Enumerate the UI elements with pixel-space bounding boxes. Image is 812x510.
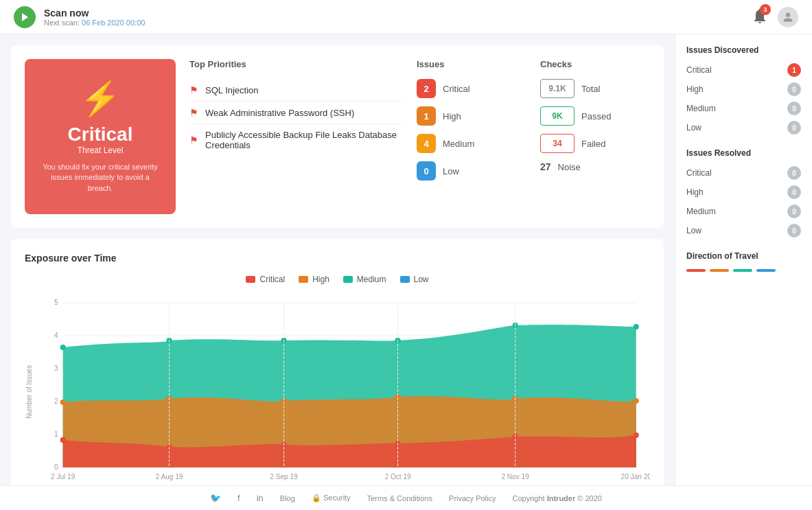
svg-text:Number of Issues: Number of Issues (25, 365, 33, 419)
terms-link[interactable]: Terms & Conditions (367, 494, 432, 502)
facebook-icon: f (237, 493, 240, 503)
threat-description: You should fix your critical severity is… (38, 162, 162, 194)
priority-item[interactable]: ⚑Weak Administrative Password (SSH) (189, 102, 403, 124)
header-left: Scan now Next scan: 06 Feb 2020 00:00 (14, 6, 145, 28)
discovered-list: Critical1High0Medium0Low0 (686, 63, 801, 135)
legend-label: Low (414, 275, 429, 284)
sidebar-resolved-row: Medium0 (686, 205, 801, 218)
svg-marker-0 (22, 13, 28, 21)
priority-list: ⚑SQL Injection⚑Weak Administrative Passw… (189, 79, 403, 156)
svg-text:3: 3 (54, 364, 58, 372)
discovered-section: Issues Discovered Critical1High0Medium0L… (686, 45, 801, 135)
svg-text:2 Aug 19: 2 Aug 19 (156, 473, 183, 480)
legend-color (400, 276, 410, 283)
issue-row: 1High (417, 106, 526, 126)
user-avatar[interactable] (778, 7, 798, 27)
sidebar-resolved-row: High0 (686, 185, 801, 199)
chart-container: Number of Issues 5 4 3 2 1 0 2 (25, 292, 650, 485)
direction-line (733, 269, 752, 272)
issue-label: Medium (443, 139, 474, 149)
issue-count-badge: 0 (417, 161, 436, 181)
issue-label: High (443, 111, 461, 121)
checks-list: 9.1KTotal9KPassed34Failed27Noise (540, 79, 650, 172)
direction-title: Direction of Travel (686, 251, 801, 261)
threat-icon: ⚡ (80, 80, 121, 118)
check-count: 27 (540, 161, 551, 172)
security-link[interactable]: 🔒 Security (312, 494, 351, 502)
svg-text:0: 0 (54, 463, 58, 471)
check-row: 9KPassed (540, 106, 650, 126)
svg-text:4: 4 (54, 332, 58, 339)
header: Scan now Next scan: 06 Feb 2020 00:00 3 (0, 0, 812, 34)
legend-color (299, 276, 308, 283)
next-scan-date-link[interactable]: 06 Feb 2020 00:00 (82, 19, 145, 27)
direction-line (686, 269, 706, 272)
resolved-section: Issues Resolved Critical0High0Medium0Low… (686, 148, 801, 237)
scan-info: Scan now Next scan: 06 Feb 2020 00:00 (44, 8, 145, 27)
threat-sublabel: Threat Level (78, 146, 124, 155)
priorities-title: Top Priorities (189, 59, 403, 69)
chart-card: Exposure over Time CriticalHighMediumLow… (11, 239, 664, 485)
svg-text:2 Sep 19: 2 Sep 19 (270, 473, 298, 480)
privacy-link[interactable]: Privacy Policy (449, 494, 496, 502)
sidebar-count-badge: 0 (787, 102, 801, 115)
svg-text:2 Nov 19: 2 Nov 19 (501, 473, 529, 480)
check-label: Passed (581, 111, 611, 121)
priority-flag-icon: ⚑ (189, 107, 198, 118)
sidebar-item-label: Medium (686, 104, 716, 113)
sidebar-item-label: Medium (686, 207, 716, 216)
svg-text:2: 2 (54, 397, 58, 405)
threat-level-text: Critical (68, 124, 133, 146)
check-label: Noise (558, 162, 581, 172)
checks-title: Checks (540, 59, 650, 69)
check-row: 9.1KTotal (540, 79, 650, 98)
svg-point-32 (60, 437, 66, 443)
linkedin-icon: in (257, 493, 264, 503)
direction-line (710, 269, 729, 272)
sidebar-discovered-row: Critical1 (686, 63, 801, 77)
sidebar-item-label: High (686, 84, 704, 94)
sidebar-count-badge: 0 (787, 224, 801, 237)
svg-text:5: 5 (54, 299, 58, 306)
legend-item: Critical (246, 275, 285, 284)
direction-section: Direction of Travel (686, 251, 801, 272)
sidebar-discovered-row: Medium0 (686, 102, 801, 115)
issue-label: Critical (443, 84, 470, 94)
legend-label: Medium (357, 275, 386, 284)
sidebar-count-badge: 0 (787, 82, 801, 96)
sidebar-item-label: Low (686, 226, 701, 235)
sidebar-item-label: Low (686, 123, 701, 132)
priority-name: Publicly Accessible Backup File Leaks Da… (205, 130, 403, 150)
legend-color (343, 276, 353, 283)
chart-title: Exposure over Time (25, 253, 650, 264)
issue-row: 0Low (417, 161, 526, 181)
check-row: 34Failed (540, 134, 650, 153)
svg-text:2 Jul 19: 2 Jul 19 (51, 473, 76, 480)
footer: 🐦 f in Blog 🔒 Security Terms & Condition… (0, 485, 812, 510)
priority-flag-icon: ⚑ (189, 135, 198, 146)
check-row: 27Noise (540, 161, 650, 172)
twitter-icon: 🐦 (210, 493, 221, 503)
priority-item[interactable]: ⚑SQL Injection (189, 79, 403, 102)
scan-now-button[interactable] (14, 6, 36, 28)
priority-name: SQL Injection (205, 85, 259, 95)
svg-point-25 (634, 324, 639, 329)
notification-button[interactable]: 3 (753, 8, 767, 25)
scan-title: Scan now (44, 8, 145, 19)
blog-link[interactable]: Blog (280, 494, 295, 502)
check-badge: 34 (540, 134, 575, 153)
sidebar-count-badge: 0 (787, 185, 801, 199)
priority-name: Weak Administrative Password (SSH) (205, 108, 354, 118)
checks-section: Checks 9.1KTotal9KPassed34Failed27Noise (540, 59, 650, 214)
priority-item[interactable]: ⚑Publicly Accessible Backup File Leaks D… (189, 124, 403, 156)
scan-subtitle: Next scan: 06 Feb 2020 00:00 (44, 19, 145, 27)
sidebar-resolved-row: Critical0 (686, 166, 801, 180)
resolved-title: Issues Resolved (686, 148, 801, 158)
content-area: ⚡ Critical Threat Level You should fix y… (0, 34, 675, 485)
discovered-title: Issues Discovered (686, 45, 801, 55)
legend-item: High (299, 275, 329, 284)
check-badge: 9.1K (540, 79, 575, 98)
header-right: 3 (753, 7, 798, 27)
sidebar: Issues Discovered Critical1High0Medium0L… (675, 34, 812, 485)
sidebar-count-badge: 0 (787, 121, 801, 135)
